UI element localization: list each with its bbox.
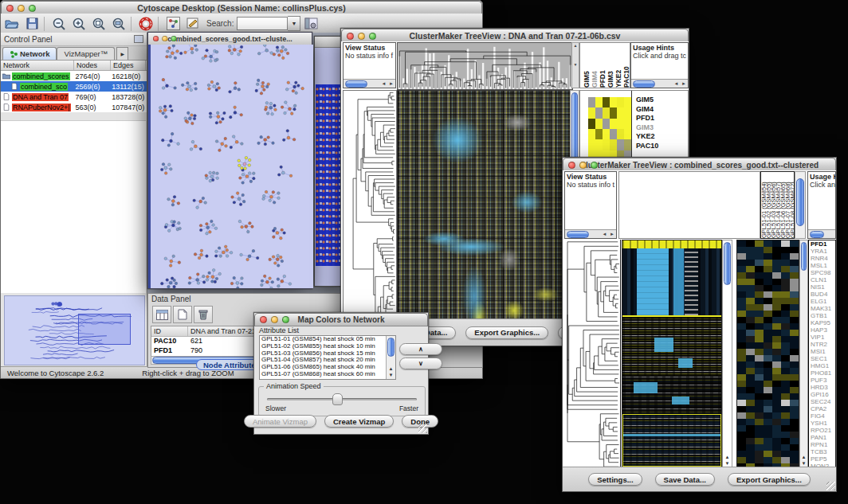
export-graphics-button[interactable]: Export Graphics... <box>728 473 811 486</box>
attribute-item-gpl51-07[interactable]: GPL51-07 (GSM868) heat shock 60 min <box>260 371 395 378</box>
panel-config-icon[interactable] <box>303 16 320 32</box>
tv2-heatmap-scrollbar[interactable]: ▲▼ <box>722 240 732 469</box>
gene-label-cpa2[interactable]: CPA2 <box>811 405 835 412</box>
gene-label-gpi16[interactable]: GPI16 <box>811 391 835 398</box>
view-status-scrollbar[interactable]: ◄ ► <box>344 79 395 88</box>
zoom-fit-icon[interactable] <box>110 16 128 32</box>
network-view-icon[interactable] <box>164 16 182 32</box>
gene-label-bud4[interactable]: BUD4 <box>811 291 835 298</box>
gene-label-pfd1[interactable]: PFD1 <box>636 114 658 123</box>
close-icon[interactable] <box>568 162 575 169</box>
minimize-icon[interactable] <box>162 36 167 41</box>
gene-label-hap3[interactable]: HAP3 <box>811 326 835 334</box>
export-graphics-button[interactable]: Export Graphics... <box>465 326 548 339</box>
minimize-icon[interactable] <box>271 316 278 323</box>
column-header-edges[interactable]: Edges <box>111 61 146 70</box>
gene-label-gim3[interactable]: GIM3 <box>636 123 658 133</box>
tv1-column-dendrogram[interactable] <box>397 42 573 90</box>
gene-label-sec1[interactable]: SEC1 <box>811 355 835 362</box>
gene-label-rpo21[interactable]: RPO21 <box>811 427 835 434</box>
gene-label-gim4[interactable]: GIM4 <box>636 105 658 115</box>
zoom-in-icon[interactable] <box>70 16 88 32</box>
attribute-select-icon[interactable] <box>152 306 171 323</box>
vizmap-editor-icon[interactable] <box>184 16 202 32</box>
tv2-genelist-scrollbar[interactable]: ▲▼ <box>799 240 808 469</box>
gene-label-tcb3[interactable]: TCB3 <box>811 448 835 455</box>
close-icon[interactable] <box>153 36 159 41</box>
column-label-yke2[interactable]: YKE2 <box>614 43 622 88</box>
zoom-window-icon[interactable] <box>29 5 36 12</box>
network-row-dna-and-tran-07[interactable]: DNA and Tran 07769(0)183728(0) <box>1 92 147 102</box>
attribute-list[interactable]: GPL51-01 (GSM854) heat shock 05 minGPL51… <box>259 335 396 380</box>
tab-network[interactable]: Network <box>2 47 57 60</box>
usage-hints-scrollbar[interactable]: ◄ ► <box>631 79 688 88</box>
gene-label-hrd3[interactable]: HRD3 <box>811 384 835 391</box>
gene-label-gim5[interactable]: GIM5 <box>636 96 658 105</box>
gene-label-pfd1[interactable]: PFD1 <box>811 240 835 248</box>
zoom-window-icon[interactable] <box>591 162 598 169</box>
gene-label-nis1[interactable]: NIS1 <box>811 283 835 291</box>
new-attribute-icon[interactable] <box>173 306 192 323</box>
attribute-list-scrollbar[interactable]: ▲▼ <box>386 336 395 379</box>
move-up-button[interactable]: ∧ <box>399 343 442 355</box>
column-label-gim4[interactable]: GIM4 <box>591 43 599 88</box>
create-vizmap-button[interactable]: Create Vizmap <box>324 415 394 428</box>
tv1-heatmap[interactable] <box>397 90 571 322</box>
gene-label-msl1[interactable]: MSL1 <box>811 262 835 269</box>
column-header-network[interactable]: Network <box>1 61 74 70</box>
tab-vizmapper[interactable]: VizMapper™ <box>57 47 115 60</box>
close-icon[interactable] <box>347 33 354 40</box>
gene-label-pac10[interactable]: PAC10 <box>636 142 658 151</box>
gene-label-ysh1[interactable]: YSH1 <box>811 420 835 427</box>
network-frame-title-bar[interactable]: combined_scores_good.txt--cluste... <box>148 33 312 45</box>
tv1-dendrogram-scroll[interactable]: ▲▼ <box>571 42 579 88</box>
network-canvas[interactable] <box>148 45 313 288</box>
gene-label-rpn1[interactable]: RPN1 <box>811 441 835 448</box>
tab-overflow-arrow[interactable]: ▶ <box>116 47 128 60</box>
gene-label-elg1[interactable]: ELG1 <box>811 298 835 305</box>
gene-label-sec24[interactable]: SEC24 <box>811 398 835 405</box>
network-row-rnapubernov2[interactable]: RNAPuberNov2+|563(0)107847(0) <box>1 102 147 112</box>
overview-viewport-rect[interactable] <box>78 314 131 345</box>
gene-label-gtb1[interactable]: GTB1 <box>811 312 835 319</box>
zoom-window-icon[interactable] <box>171 36 176 41</box>
resize-grip[interactable] <box>418 424 427 433</box>
delete-attribute-icon[interactable] <box>194 306 213 323</box>
gene-label-pan1[interactable]: PAN1 <box>811 434 835 441</box>
gene-label-mak31[interactable]: MAK31 <box>811 305 835 312</box>
resize-grip[interactable] <box>826 482 835 490</box>
zoom-window-icon[interactable] <box>282 316 289 323</box>
move-down-button[interactable]: ∨ <box>399 357 442 369</box>
animate-vizmap-button[interactable]: Animate Vizmap <box>244 415 316 428</box>
float-panel-icon[interactable] <box>134 35 143 43</box>
background-network-frame[interactable] <box>314 36 343 287</box>
tv2-zoom-heatmap[interactable] <box>736 240 799 471</box>
dialog-title-bar[interactable]: Map Colors to Network <box>254 313 428 326</box>
gene-label-pep5[interactable]: PEP5 <box>811 455 835 463</box>
gene-label-hmg1[interactable]: HMG1 <box>811 362 835 369</box>
tv2-row-dendrogram[interactable] <box>564 240 621 469</box>
search-dropdown-icon[interactable]: ▼ <box>288 16 300 31</box>
frame2-title-bar[interactable] <box>315 37 342 48</box>
column-label-pfd1[interactable]: PFD1 <box>599 43 607 88</box>
tv2-heatmap[interactable] <box>622 240 722 469</box>
zoom-selected-icon[interactable] <box>90 16 108 32</box>
gene-label-ntr2[interactable]: NTR2 <box>811 341 835 348</box>
speed-slider-thumb[interactable] <box>332 393 343 405</box>
gene-label-fig4[interactable]: FIG4 <box>811 412 835 420</box>
network-row-combined-sco[interactable]: combined_sco2569(6)13112(15) <box>1 81 147 92</box>
usage-hints-scrollbar[interactable] <box>808 229 835 238</box>
zoom-window-icon[interactable] <box>369 33 376 40</box>
attr-column-id[interactable]: ID <box>151 326 188 336</box>
close-icon[interactable] <box>260 316 267 323</box>
gene-label-pho81[interactable]: PHO81 <box>811 369 835 377</box>
network-view-frame[interactable]: combined_scores_good.txt--cluste... <box>147 32 312 289</box>
gene-label-yra1[interactable]: YRA1 <box>811 248 835 255</box>
gene-label-kap95[interactable]: KAP95 <box>811 319 835 326</box>
help-lifebuoy-icon[interactable] <box>137 16 155 32</box>
tv2-collabel-scrollbar[interactable] <box>795 171 806 239</box>
tv1-row-dendrogram[interactable] <box>343 90 397 322</box>
zoom-out-icon[interactable] <box>50 16 68 32</box>
network-row-combined-scores[interactable]: combined_scores2764(0)16218(0) <box>1 71 147 81</box>
gene-label-vip1[interactable]: VIP1 <box>811 334 835 341</box>
